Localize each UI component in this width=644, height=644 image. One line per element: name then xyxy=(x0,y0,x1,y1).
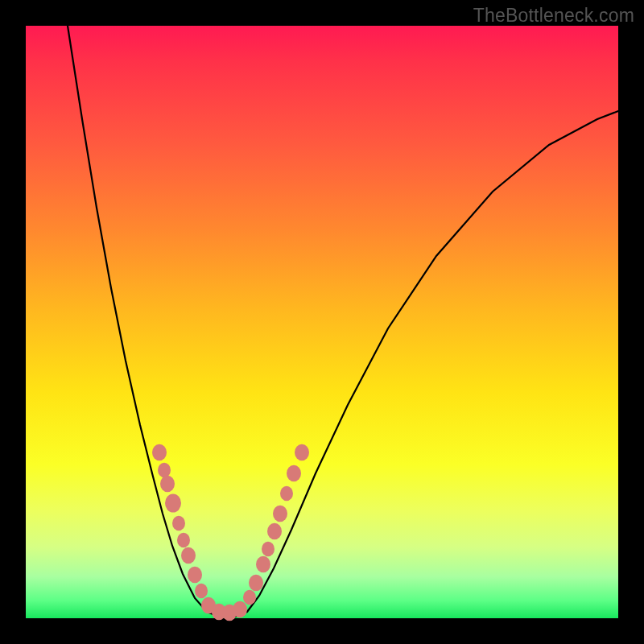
data-marker xyxy=(256,556,270,573)
data-marker xyxy=(273,506,287,522)
data-marker xyxy=(233,601,247,618)
data-marker xyxy=(152,444,167,461)
right-curve xyxy=(235,111,618,617)
markers-left xyxy=(152,444,208,599)
data-marker xyxy=(249,575,263,592)
data-marker xyxy=(181,547,196,564)
data-marker xyxy=(287,465,301,482)
data-marker xyxy=(280,486,293,501)
data-marker xyxy=(165,494,181,513)
data-marker xyxy=(160,476,175,493)
chart-frame: TheBottleneck.com xyxy=(0,0,644,644)
data-marker xyxy=(172,516,185,530)
data-marker xyxy=(262,542,275,556)
data-marker xyxy=(267,523,282,540)
data-marker xyxy=(195,584,208,598)
data-marker xyxy=(177,533,190,547)
data-marker xyxy=(158,463,171,477)
markers-right xyxy=(243,444,309,605)
chart-svg xyxy=(26,26,618,618)
watermark-text: TheBottleneck.com xyxy=(473,5,634,27)
data-marker xyxy=(243,590,256,605)
chart-plot-area xyxy=(26,26,618,618)
data-marker xyxy=(188,567,202,584)
left-curve xyxy=(68,26,219,617)
markers-bottom xyxy=(201,597,247,621)
data-marker xyxy=(295,444,309,461)
